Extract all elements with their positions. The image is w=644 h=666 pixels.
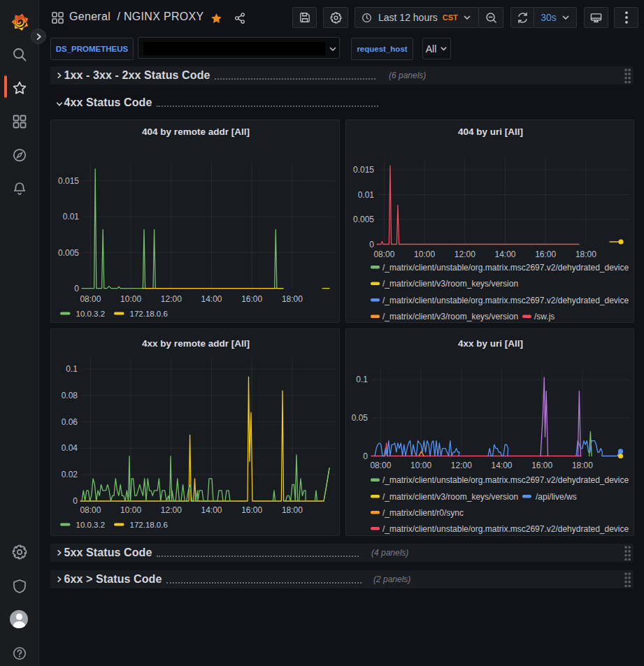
svg-text:0.01: 0.01 <box>63 212 80 222</box>
svg-text:18:00: 18:00 <box>282 294 303 304</box>
svg-text:0.01: 0.01 <box>358 190 375 200</box>
svg-text:0: 0 <box>369 240 374 249</box>
svg-text:10:00: 10:00 <box>120 505 141 515</box>
svg-text:16:00: 16:00 <box>241 294 262 304</box>
svg-text:18:00: 18:00 <box>575 249 596 259</box>
svg-text:/_matrix/client/unstable/org.m: /_matrix/client/unstable/org.matrix.msc2… <box>382 524 629 534</box>
svg-text:10:00: 10:00 <box>410 461 431 470</box>
svg-text:08:00: 08:00 <box>373 249 394 259</box>
svg-text:08:00: 08:00 <box>80 294 101 304</box>
svg-text:/_matrix/client/unstable/org.m: /_matrix/client/unstable/org.matrix.msc2… <box>382 263 629 273</box>
svg-text:16:00: 16:00 <box>535 249 556 259</box>
svg-text:10.0.3.2: 10.0.3.2 <box>76 521 106 529</box>
svg-text:404 by remote addr [All]: 404 by remote addr [All] <box>142 126 250 137</box>
svg-text:0.04: 0.04 <box>62 443 78 453</box>
svg-text:10.0.3.2: 10.0.3.2 <box>76 310 106 318</box>
svg-text:0.015: 0.015 <box>353 165 374 175</box>
svg-text:0.1: 0.1 <box>66 364 78 374</box>
svg-text:/api/live/ws: /api/live/ws <box>536 492 577 502</box>
svg-text:0.005: 0.005 <box>58 248 79 258</box>
svg-text:/_matrix/client/v3/room_keys/v: /_matrix/client/v3/room_keys/version <box>382 279 518 289</box>
svg-text:0.08: 0.08 <box>62 391 78 400</box>
svg-text:/_matrix/client/v3/room_keys/v: /_matrix/client/v3/room_keys/version <box>382 312 518 321</box>
svg-text:08:00: 08:00 <box>370 461 391 470</box>
svg-text:18:00: 18:00 <box>572 461 593 470</box>
svg-text:0.05: 0.05 <box>352 413 368 423</box>
svg-text:0: 0 <box>73 496 78 506</box>
svg-text:/sw.js: /sw.js <box>534 312 554 321</box>
svg-text:14:00: 14:00 <box>201 505 222 515</box>
svg-text:10:00: 10:00 <box>120 294 141 304</box>
svg-text:0.015: 0.015 <box>58 176 79 186</box>
svg-text:0.005: 0.005 <box>353 215 374 224</box>
svg-text:0: 0 <box>363 451 368 461</box>
svg-text:4xx by remote addr [All]: 4xx by remote addr [All] <box>142 338 250 349</box>
svg-text:14:00: 14:00 <box>491 461 512 470</box>
svg-text:0: 0 <box>74 284 79 294</box>
svg-text:12:00: 12:00 <box>455 249 475 259</box>
svg-text:/_matrix/client/unstable/org.m: /_matrix/client/unstable/org.matrix.msc2… <box>382 475 629 485</box>
svg-text:10:00: 10:00 <box>414 249 435 259</box>
svg-text:16:00: 16:00 <box>241 505 262 515</box>
svg-text:0.06: 0.06 <box>62 417 78 427</box>
svg-text:172.18.0.6: 172.18.0.6 <box>130 521 168 529</box>
svg-text:/_matrix/client/r0/sync: /_matrix/client/r0/sync <box>382 508 464 518</box>
svg-text:404 by uri [All]: 404 by uri [All] <box>458 126 523 137</box>
svg-text:16:00: 16:00 <box>531 461 552 470</box>
svg-text:14:00: 14:00 <box>201 294 222 304</box>
svg-text:08:00: 08:00 <box>80 505 101 515</box>
svg-text:0.1: 0.1 <box>356 375 368 384</box>
svg-text:172.18.0.6: 172.18.0.6 <box>130 310 168 318</box>
svg-text:/_matrix/client/unstable/org.m: /_matrix/client/unstable/org.matrix.msc2… <box>382 296 629 305</box>
svg-text:0.02: 0.02 <box>62 470 78 479</box>
svg-text:4xx by uri [All]: 4xx by uri [All] <box>458 338 523 349</box>
svg-text:14:00: 14:00 <box>494 249 515 259</box>
svg-text:12:00: 12:00 <box>161 505 182 515</box>
svg-text:12:00: 12:00 <box>161 294 182 304</box>
svg-text:/_matrix/client/v3/room_keys/v: /_matrix/client/v3/room_keys/version <box>382 492 518 502</box>
svg-text:12:00: 12:00 <box>451 461 472 470</box>
svg-text:18:00: 18:00 <box>282 505 303 515</box>
